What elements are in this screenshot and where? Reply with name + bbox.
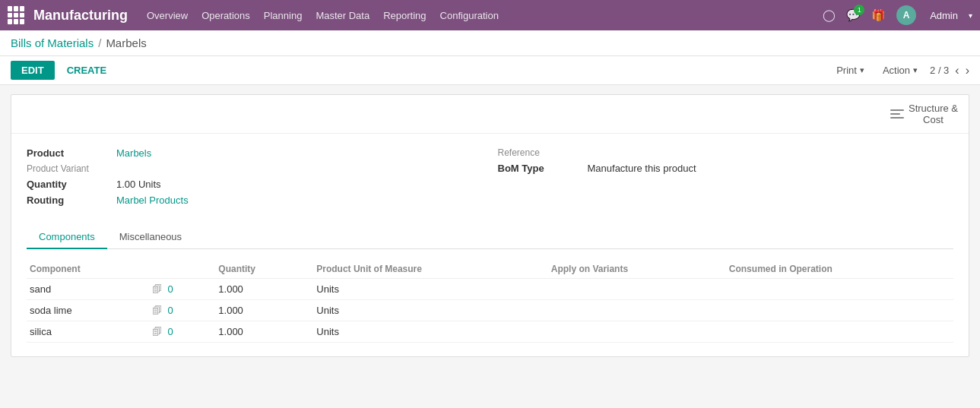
help-icon[interactable]: ◯ bbox=[823, 8, 836, 22]
variants-cell bbox=[545, 321, 723, 343]
col-consumed: Consumed in Operation bbox=[723, 260, 953, 279]
bom-type-label: BoM Type bbox=[498, 163, 582, 174]
uom-cell: Units bbox=[310, 279, 544, 300]
messages-badge: 1 bbox=[854, 5, 864, 15]
tabs-row: Components Miscellaneous bbox=[27, 226, 953, 249]
copy-icon[interactable]: 🗐 bbox=[152, 326, 162, 337]
component-name: sand bbox=[27, 279, 146, 300]
messages-icon[interactable]: 💬 1 bbox=[846, 8, 861, 22]
print-dropdown[interactable]: Print bbox=[830, 61, 871, 80]
bom-type-row: BoM Type Manufacture this product bbox=[498, 163, 954, 174]
nav-configuration[interactable]: Configuration bbox=[440, 7, 499, 24]
copy-icon[interactable]: 🗐 bbox=[152, 283, 162, 295]
consumed-cell bbox=[723, 300, 953, 321]
variants-cell bbox=[545, 279, 723, 300]
components-table: Component Quantity Product Unit of Measu… bbox=[27, 260, 953, 343]
quantity-cell: 1.000 bbox=[212, 279, 310, 300]
tab-miscellaneous[interactable]: Miscellaneous bbox=[107, 226, 194, 249]
nav-links: Overview Operations Planning Master Data… bbox=[147, 7, 823, 24]
avatar[interactable]: A bbox=[896, 5, 916, 25]
record-card: Structure & Cost Product Marbels Product… bbox=[11, 94, 969, 357]
nav-master-data[interactable]: Master Data bbox=[316, 7, 369, 24]
component-name: soda lime bbox=[27, 300, 146, 321]
routing-row: Routing Marbel Products bbox=[27, 195, 483, 206]
card-header: Structure & Cost bbox=[11, 95, 969, 134]
breadcrumb: Bills of Materials / Marbels bbox=[0, 30, 980, 56]
admin-chevron-icon: ▾ bbox=[969, 11, 972, 20]
routing-label: Routing bbox=[27, 195, 110, 206]
product-row: Product Marbels bbox=[27, 147, 483, 159]
variants-cell bbox=[545, 300, 723, 321]
nav-overview[interactable]: Overview bbox=[147, 7, 188, 24]
action-bar: EDIT CREATE Print Action 2 / 3 ‹ › bbox=[0, 56, 980, 85]
zero-link[interactable]: 0 bbox=[167, 283, 173, 295]
form-left: Product Marbels Product Variant Quantity… bbox=[27, 147, 483, 210]
edit-button[interactable]: EDIT bbox=[11, 61, 55, 80]
main-content: Structure & Cost Product Marbels Product… bbox=[0, 85, 980, 366]
nav-planning[interactable]: Planning bbox=[264, 7, 303, 24]
create-button[interactable]: CREATE bbox=[61, 61, 113, 80]
admin-label[interactable]: Admin bbox=[930, 10, 958, 21]
copy-cell: 🗐 0 bbox=[146, 321, 212, 343]
copy-cell: 🗐 0 bbox=[146, 279, 212, 300]
col-copy bbox=[146, 260, 212, 279]
form-right: Reference BoM Type Manufacture this prod… bbox=[498, 147, 954, 210]
product-value[interactable]: Marbels bbox=[116, 147, 151, 159]
card-body: Product Marbels Product Variant Quantity… bbox=[11, 134, 969, 356]
copy-cell: 🗐 0 bbox=[146, 300, 212, 321]
col-component: Component bbox=[27, 260, 146, 279]
lines-icon bbox=[890, 109, 904, 119]
nav-operations[interactable]: Operations bbox=[201, 7, 250, 24]
routing-value[interactable]: Marbel Products bbox=[116, 195, 189, 206]
reference-label: Reference bbox=[498, 147, 582, 158]
quantity-cell: 1.000 bbox=[212, 321, 310, 343]
zero-link[interactable]: 0 bbox=[167, 326, 173, 337]
col-variants: Apply on Variants bbox=[545, 260, 723, 279]
action-dropdown[interactable]: Action bbox=[877, 61, 924, 80]
quantity-label: Quantity bbox=[27, 179, 110, 190]
structure-cost-button[interactable]: Structure & Cost bbox=[890, 103, 958, 125]
consumed-cell bbox=[723, 279, 953, 300]
breadcrumb-separator: / bbox=[98, 36, 101, 49]
breadcrumb-parent[interactable]: Bills of Materials bbox=[11, 36, 94, 49]
prev-button[interactable]: ‹ bbox=[955, 64, 959, 77]
bom-type-value: Manufacture this product bbox=[588, 163, 696, 174]
nav-reporting[interactable]: Reporting bbox=[383, 7, 426, 24]
col-uom: Product Unit of Measure bbox=[310, 260, 544, 279]
pagination-counter: 2 / 3 bbox=[930, 65, 949, 76]
tab-components[interactable]: Components bbox=[27, 226, 107, 249]
gift-icon[interactable]: 🎁 bbox=[871, 8, 886, 22]
structure-cost-label: Structure & Cost bbox=[909, 103, 958, 125]
table-row: sand 🗐 0 1.000 Units bbox=[27, 279, 953, 300]
top-navigation: Manufacturing Overview Operations Planni… bbox=[0, 0, 980, 30]
quantity-row: Quantity 1.00 Units bbox=[27, 179, 483, 190]
consumed-cell bbox=[723, 321, 953, 343]
product-label: Product bbox=[27, 147, 110, 159]
next-button[interactable]: › bbox=[966, 64, 969, 77]
pagination: 2 / 3 ‹ › bbox=[930, 64, 969, 77]
uom-cell: Units bbox=[310, 321, 544, 343]
zero-link[interactable]: 0 bbox=[167, 305, 173, 316]
table-row: soda lime 🗐 0 1.000 Units bbox=[27, 300, 953, 321]
breadcrumb-current: Marbels bbox=[106, 36, 146, 49]
product-variant-row: Product Variant bbox=[27, 163, 483, 174]
quantity-value: 1.00 Units bbox=[116, 179, 161, 190]
col-quantity: Quantity bbox=[212, 260, 310, 279]
reference-row: Reference bbox=[498, 147, 954, 158]
copy-icon[interactable]: 🗐 bbox=[152, 305, 162, 316]
quantity-cell: 1.000 bbox=[212, 300, 310, 321]
app-grid-icon[interactable] bbox=[8, 6, 26, 24]
form-fields: Product Marbels Product Variant Quantity… bbox=[27, 147, 953, 210]
uom-cell: Units bbox=[310, 300, 544, 321]
product-variant-label: Product Variant bbox=[27, 163, 110, 174]
table-row: silica 🗐 0 1.000 Units bbox=[27, 321, 953, 343]
nav-right-icons: ◯ 💬 1 🎁 A Admin ▾ bbox=[823, 5, 972, 25]
app-title: Manufacturing bbox=[33, 8, 128, 24]
component-name: silica bbox=[27, 321, 146, 343]
